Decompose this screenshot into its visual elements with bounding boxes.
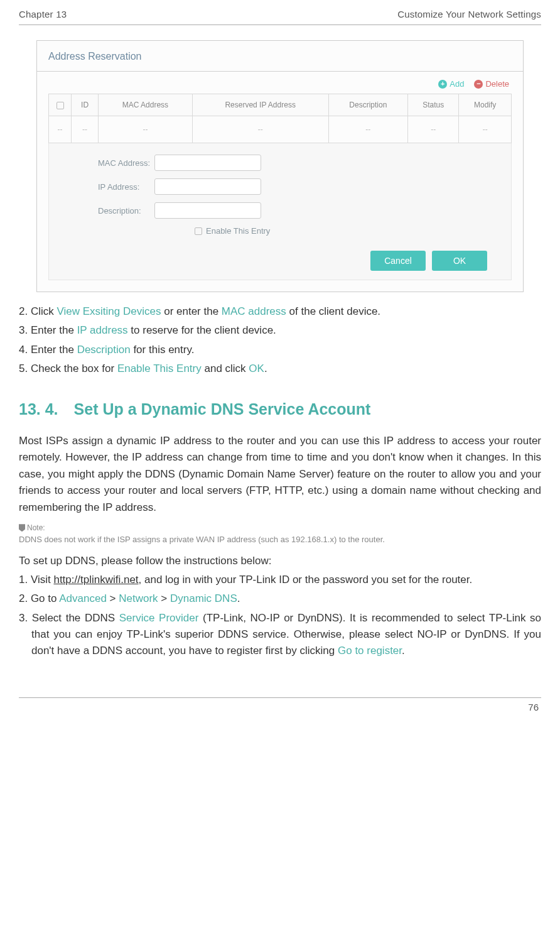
- header-rule: [19, 25, 541, 25]
- chapter-label: Chapter 13: [19, 9, 67, 19]
- enable-entry-checkbox[interactable]: [195, 227, 202, 235]
- table-row: -- -- -- -- -- -- --: [49, 116, 512, 143]
- note-text: DDNS does not work if the ISP assigns a …: [19, 533, 541, 546]
- mac-label: MAC Address:: [60, 158, 154, 168]
- col-status: Status: [408, 94, 459, 116]
- reservation-table: ID MAC Address Reserved IP Address Descr…: [48, 94, 512, 143]
- cancel-button[interactable]: Cancel: [370, 251, 426, 271]
- tplink-link[interactable]: http://tplinkwifi.net: [53, 574, 138, 586]
- plus-icon: +: [438, 80, 447, 89]
- step-3: 3. Enter the IP address to reserve for t…: [19, 322, 541, 339]
- ip-input[interactable]: [154, 178, 261, 195]
- header-title: Customize Your Network Settings: [397, 9, 541, 19]
- desc-input[interactable]: [154, 202, 261, 219]
- intro-paragraph: Most ISPs assign a dynamic IP address to…: [19, 433, 541, 516]
- delete-label: Delete: [485, 79, 509, 89]
- select-all-checkbox[interactable]: [57, 102, 64, 109]
- col-mac: MAC Address: [99, 94, 192, 116]
- note-label: Note:: [19, 522, 541, 534]
- footer-rule: [19, 697, 541, 698]
- delete-button[interactable]: − Delete: [474, 79, 509, 89]
- add-label: Add: [450, 79, 464, 89]
- ip-label: IP Address:: [60, 182, 154, 192]
- col-ip: Reserved IP Address: [192, 94, 328, 116]
- ddns-step-1: 1. Visit http://tplinkwifi.net, and log …: [19, 572, 541, 588]
- page-number: 76: [19, 702, 541, 712]
- col-id: ID: [72, 94, 99, 116]
- step-2: 2. Click View Exsiting Devices or enter …: [19, 303, 541, 320]
- ddns-step-3: 3. Select the DDNS Service Provider (TP-…: [19, 610, 541, 660]
- page-header: Chapter 13 Customize Your Network Settin…: [19, 6, 541, 22]
- col-modify: Modify: [459, 94, 512, 116]
- minus-icon: −: [474, 80, 483, 89]
- section-heading: 13. 4. Set Up a Dynamic DNS Service Acco…: [19, 397, 541, 422]
- desc-label: Description:: [60, 206, 154, 216]
- step-5: 5. Check the box for Enable This Entry a…: [19, 361, 541, 377]
- add-button[interactable]: + Add: [438, 79, 464, 89]
- panel-title: Address Reservation: [48, 47, 512, 68]
- panel-rule: [37, 71, 523, 72]
- address-reservation-panel: Address Reservation + Add − Delete ID M: [36, 40, 524, 292]
- form-area: MAC Address: IP Address: Description: En…: [48, 143, 512, 280]
- ok-button[interactable]: OK: [432, 251, 487, 271]
- col-desc: Description: [328, 94, 407, 116]
- mac-input[interactable]: [154, 155, 261, 171]
- ddns-step-2: 2. Go to Advanced > Network > Dynamic DN…: [19, 591, 541, 607]
- note-icon: [19, 524, 25, 532]
- step-4: 4. Enter the Description for this entry.: [19, 342, 541, 358]
- setup-intro: To set up DDNS, please follow the instru…: [19, 553, 541, 569]
- enable-entry-label: Enable This Entry: [206, 226, 270, 236]
